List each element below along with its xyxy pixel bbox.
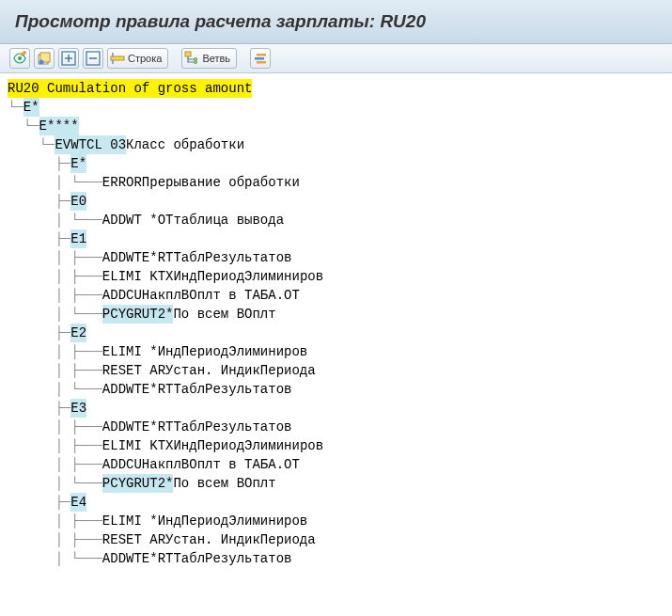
- tree-leaf[interactable]: │ ├───ADDCU НакплВОплт в ТАБА.ОТ: [8, 286, 672, 305]
- tree-node[interactable]: ├─E 2: [8, 324, 672, 342]
- tree-leaf[interactable]: │ └───PCYGRUT2* По всем ВОплт: [8, 474, 672, 493]
- collapse-all-button[interactable]: [83, 48, 103, 69]
- svg-rect-11: [255, 57, 264, 60]
- tree-leaf[interactable]: │ ├───ELIMI KTX ИндПериодЭлиминиров: [8, 436, 672, 455]
- tree-node[interactable]: ├─E 1: [8, 229, 672, 248]
- svg-rect-6: [111, 56, 124, 60]
- stroka-button[interactable]: Строка: [107, 48, 168, 69]
- svg-point-0: [18, 56, 22, 60]
- tree-leaf[interactable]: │ └───ADDWTE* RT ТаблРезультатов: [8, 549, 672, 568]
- tree-node[interactable]: ├─E 3: [8, 399, 672, 418]
- tree-node[interactable]: ├─E 0: [8, 192, 672, 211]
- svg-rect-12: [257, 61, 266, 64]
- other-object-button[interactable]: [34, 48, 55, 69]
- svg-rect-10: [257, 54, 266, 56]
- title-bar: Просмотр правила расчета зарплаты: RU20: [0, 0, 672, 44]
- tree-node[interactable]: ├─E 4: [8, 493, 672, 512]
- svg-point-3: [39, 60, 44, 65]
- tree-leaf[interactable]: │ └───ERROR Прерывание обработки: [8, 173, 672, 192]
- svg-point-9: [195, 61, 197, 64]
- vetv-label: Ветвь: [202, 53, 230, 64]
- tree-node[interactable]: ├─E *: [8, 154, 672, 173]
- tree-leaf[interactable]: │ ├───ELIMI * ИндПериодЭлиминиров: [8, 512, 672, 530]
- tree-node[interactable]: └─E VWTCL 03 Класс обработки: [8, 135, 672, 154]
- vetv-button[interactable]: Ветвь: [181, 48, 237, 69]
- expand-all-button[interactable]: [58, 48, 79, 69]
- tree-node[interactable]: └─E *: [8, 98, 672, 117]
- tree-leaf[interactable]: │ ├───ELIMI * ИндПериодЭлиминиров: [8, 342, 672, 361]
- tree-leaf[interactable]: │ └───PCYGRUT2* По всем ВОплт: [8, 305, 672, 324]
- tree-node[interactable]: └─E ****: [8, 117, 672, 135]
- tree-leaf[interactable]: │ └───ADDWTE* RT ТаблРезультатов: [8, 380, 672, 399]
- tree-leaf[interactable]: │ ├───ELIMI KTX ИндПериодЭлиминиров: [8, 267, 672, 286]
- tree-leaf[interactable]: │ ├───RESET AR Устан. ИндикПериода: [8, 361, 672, 380]
- tree-leaf[interactable]: │ ├───ADDCU НакплВОплт в ТАБА.ОТ: [8, 455, 672, 474]
- svg-rect-7: [185, 52, 191, 56]
- tree-leaf[interactable]: │ └───ADDWT * OT таблица вывода: [8, 211, 672, 229]
- structure-button[interactable]: [250, 48, 271, 69]
- toggle-display-change-button[interactable]: [9, 48, 30, 69]
- tree-leaf[interactable]: │ ├───ADDWTE* RT ТаблРезультатов: [8, 248, 672, 267]
- stroka-label: Строка: [128, 53, 162, 64]
- toolbar: Строка Ветвь: [0, 44, 672, 73]
- page-title: Просмотр правила расчета зарплаты: RU20: [15, 11, 657, 32]
- rule-header-row[interactable]: RU20 Cumulation of gross amount: [8, 79, 672, 98]
- tree-leaf[interactable]: │ ├───RESET AR Устан. ИндикПериода: [8, 530, 672, 549]
- tree-content: RU20 Cumulation of gross amount └─E * └─…: [0, 73, 672, 568]
- tree-leaf[interactable]: │ ├───ADDWTE* RT ТаблРезультатов: [8, 418, 672, 436]
